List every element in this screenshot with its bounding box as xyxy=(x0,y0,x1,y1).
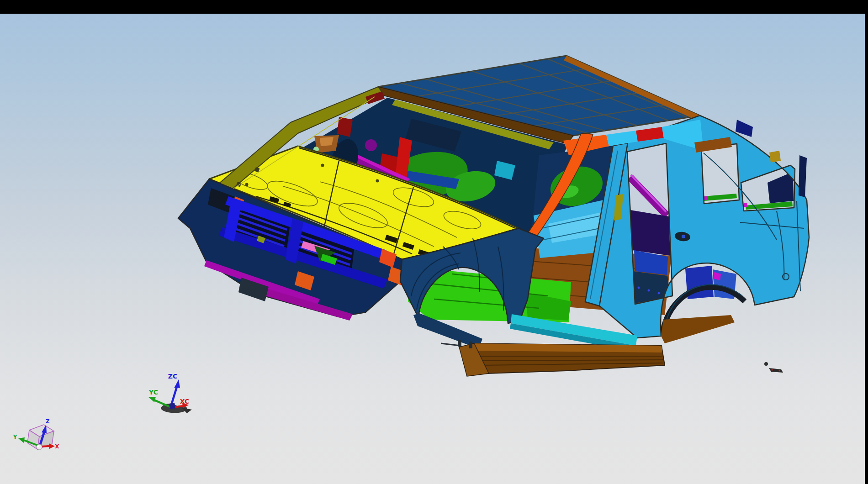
y-axis-head xyxy=(18,437,25,443)
origin-sphere[interactable] xyxy=(37,444,42,450)
xc-label: XC xyxy=(180,398,190,405)
loose-parts[interactable] xyxy=(764,362,783,373)
wcs-origin[interactable] xyxy=(169,403,175,409)
d-pillar-tan-tab xyxy=(769,151,781,163)
hood-dot xyxy=(321,164,324,167)
debris-dot[interactable] xyxy=(764,362,768,366)
rivet-dot xyxy=(638,287,640,289)
datum-csys[interactable]: Z Y X xyxy=(13,418,60,450)
rivet-dot xyxy=(658,292,660,295)
y-label: Y xyxy=(13,434,17,440)
yc-label: YC xyxy=(148,389,158,396)
rear-door-indigo xyxy=(630,210,670,256)
application-window: ZC YC XC Z Y X xyxy=(0,0,868,484)
yc-axis-shaft[interactable] xyxy=(153,400,170,407)
debris-bar[interactable] xyxy=(769,368,783,373)
copper-highlight xyxy=(320,137,333,146)
hood-dot xyxy=(376,179,379,183)
cad-canvas[interactable]: ZC YC XC Z Y X xyxy=(0,0,868,484)
x-label: X xyxy=(55,443,59,450)
qwin1-magenta-dot xyxy=(704,196,708,200)
debris-red-dot xyxy=(778,370,780,371)
z-label: Z xyxy=(46,418,50,425)
hood-dot xyxy=(245,183,249,186)
debris-red-dot xyxy=(771,369,773,370)
rivet-dot xyxy=(648,289,650,292)
wcs-triad[interactable]: ZC YC XC xyxy=(148,373,192,413)
qwin2-magenta-dot xyxy=(744,203,747,207)
suv-body-model[interactable] xyxy=(178,56,809,376)
tow-hook1 xyxy=(458,340,461,347)
zc-label: ZC xyxy=(168,373,177,380)
origin-sphere-highlight xyxy=(37,445,39,447)
handle-dot xyxy=(682,235,685,238)
tow-hook2 xyxy=(469,342,472,348)
zc-axis-head xyxy=(174,379,180,388)
interior-purple-blob xyxy=(365,139,377,151)
d-pillar-channel xyxy=(799,155,807,197)
tow-rod xyxy=(441,343,460,346)
rear-sill-brown xyxy=(661,315,735,343)
yc-axis-head xyxy=(148,397,156,402)
